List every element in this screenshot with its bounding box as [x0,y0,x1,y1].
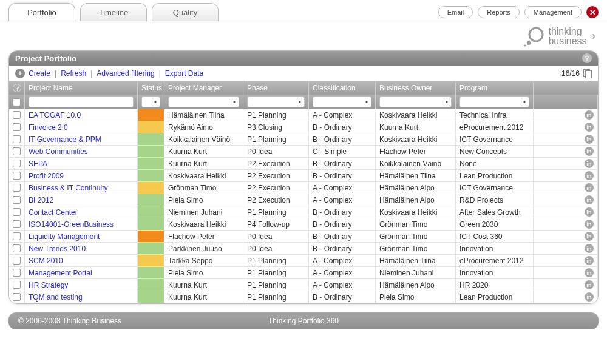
column-owner[interactable]: Business Owner [376,81,456,95]
row-checkbox[interactable] [13,147,21,155]
help-icon[interactable]: ? [582,53,592,63]
column-classification[interactable]: Classification [309,81,376,95]
column-program[interactable]: Program [456,81,534,95]
link-reports[interactable]: Reports [478,6,520,18]
cell-program: ICT Cost 360 [456,231,534,242]
filter-owner-select[interactable] [379,96,452,107]
project-link[interactable]: HR Strategy [29,281,68,289]
project-link[interactable]: EA TOGAF 10.0 [29,111,81,120]
create-link[interactable]: Create [29,69,50,78]
project-link[interactable]: Liquidity Management [29,232,100,241]
row-checkbox[interactable] [13,281,21,289]
tab-portfolio[interactable]: Portfolio [8,3,75,21]
close-icon[interactable]: ✕ [586,6,599,18]
cell-pm: Piela Simo [164,267,243,278]
row-link-icon[interactable]: in [585,232,594,241]
filter-pm-select[interactable] [168,96,239,107]
cell-program: ICT Governance [456,133,534,145]
row-checkbox[interactable] [13,208,21,216]
copy-icon[interactable] [583,69,592,78]
project-link[interactable]: New Trends 2010 [29,244,86,253]
footer-product: Thinking Portfolio 360 [268,317,339,325]
grid-header: Project Name Status Project Manager Phas… [9,81,598,95]
column-phase[interactable]: Phase [243,81,309,95]
project-link[interactable]: BI 2012 [29,196,53,204]
create-icon[interactable]: + [15,69,25,78]
row-link-icon[interactable]: in [585,110,594,120]
cell-class: B - Ordinary [309,231,376,242]
row-link-icon[interactable]: in [585,220,594,229]
row-link-icon[interactable]: in [585,171,594,180]
row-checkbox[interactable] [13,244,21,252]
row-link-icon[interactable]: in [585,244,594,253]
status-swatch [138,243,164,254]
project-link[interactable]: ISO14001-GreenBusiness [29,220,114,229]
cell-owner: Koskivaara Heikki [376,109,456,121]
row-link-icon[interactable]: in [585,195,594,204]
row-checkbox[interactable] [13,160,21,167]
row-checkbox[interactable] [13,293,21,301]
row-checkbox[interactable] [13,232,21,240]
project-link[interactable]: Web Communities [29,147,88,156]
row-checkbox[interactable] [13,111,21,119]
cell-phase: P1 Planning [243,267,309,278]
row-checkbox[interactable] [13,135,21,143]
column-clock[interactable] [9,81,25,95]
refresh-link[interactable]: Refresh [61,69,86,78]
export-link[interactable]: Export Data [165,69,203,78]
row-checkbox[interactable] [13,196,21,204]
cell-class: A - Complex [309,279,376,291]
tab-quality[interactable]: Quality [152,3,219,21]
filter-class-select[interactable] [313,96,371,107]
project-link[interactable]: SCM 2010 [29,257,63,265]
project-link[interactable]: Profit 2009 [29,172,64,180]
cell-phase: P4 Follow-up [243,218,309,230]
column-pm[interactable]: Project Manager [164,81,243,95]
row-checkbox[interactable] [13,220,21,228]
project-link[interactable]: Finvoice 2.0 [29,123,68,132]
tab-timeline[interactable]: Timeline [80,3,147,21]
select-all-checkbox[interactable] [13,98,21,106]
filter-program-select[interactable] [459,96,529,107]
row-link-icon[interactable]: in [585,159,594,168]
filter-status-select[interactable] [141,96,160,107]
row-checkbox[interactable] [13,172,21,180]
table-row: EA TOGAF 10.0Hämäläinen TiinaP1 Planning… [9,109,598,121]
project-link[interactable]: Management Portal [29,269,92,277]
clock-icon [13,84,21,92]
table-row: BI 2012Piela SimoP2 ExecutionA - Complex… [9,194,598,206]
project-link[interactable]: TQM and testing [29,293,83,302]
filter-name-input[interactable] [29,96,134,107]
row-link-icon[interactable]: in [585,207,594,217]
grid-body: EA TOGAF 10.0Hämäläinen TiinaP1 Planning… [9,109,598,303]
project-link[interactable]: IT Governance & PPM [29,135,101,144]
row-link-icon[interactable]: in [585,256,594,265]
column-status[interactable]: Status [138,81,164,95]
row-checkbox[interactable] [13,269,21,277]
table-row: ISO14001-GreenBusinessKoskivaara HeikkiP… [9,218,598,231]
filter-phase-select[interactable] [247,96,305,107]
row-link-icon[interactable]: in [585,280,594,289]
row-checkbox[interactable] [13,184,21,192]
cell-program: After Sales Growth [456,206,534,218]
row-link-icon[interactable]: in [585,183,594,192]
link-management[interactable]: Management [524,6,582,18]
row-link-icon[interactable]: in [585,135,594,144]
row-link-icon[interactable]: in [585,292,594,302]
row-link-icon[interactable]: in [585,123,594,132]
link-email[interactable]: Email [438,6,473,18]
cell-owner: Hämäläinen Tiina [376,170,456,181]
status-swatch [138,206,164,218]
cell-phase: P1 Planning [243,109,309,121]
row-link-icon[interactable]: in [585,147,594,156]
project-link[interactable]: Business & IT Continuity [29,184,108,192]
project-link[interactable]: Contact Center [29,208,78,217]
project-link[interactable]: SEPA [29,160,47,168]
row-checkbox[interactable] [13,257,21,265]
row-checkbox[interactable] [13,123,21,131]
row-link-icon[interactable]: in [585,268,594,277]
column-name[interactable]: Project Name [25,81,138,95]
cell-class: B - Ordinary [309,133,376,145]
table-row: IT Governance & PPMKoikkalainen VäinöP1 … [9,133,598,146]
advanced-filter-link[interactable]: Advanced filtering [97,69,154,78]
